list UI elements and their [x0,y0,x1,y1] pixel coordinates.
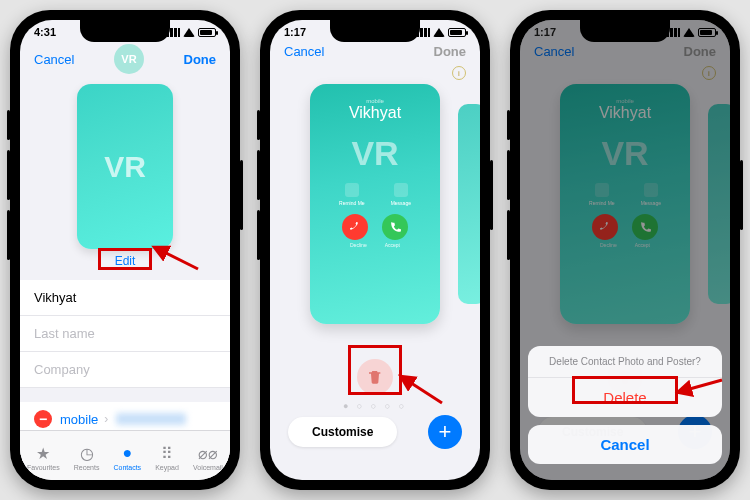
phone-1: 4:31 Cancel VR Done VR Edit Vikhyat Last… [10,10,240,490]
cancel-button[interactable]: Cancel [284,44,324,59]
tab-voicemail[interactable]: ⌀⌀Voicemail [193,444,223,471]
poster-preview-area: VR [20,74,230,253]
battery-icon [198,28,216,37]
first-name-field[interactable]: Vikhyat [20,280,230,316]
edit-row: Edit [20,251,230,280]
delete-poster-area [270,349,480,399]
name-fields: Vikhyat Last name Company [20,280,230,388]
company-field[interactable]: Company [20,352,230,388]
sheet-title: Delete Contact Photo and Poster? [528,346,722,378]
screen-delete-sheet: 1:17 Cancel Done i mobile Vikhyat VR Rem… [520,20,730,480]
phone-2: 1:17 Cancel Done i mobile Vikhyat VR Rem… [260,10,490,490]
star-icon: ★ [34,444,52,462]
poster-card[interactable]: mobile Vikhyat VR Remind Me Message Decl… [310,84,440,324]
poster-initials: VR [104,150,146,184]
notch [330,20,420,42]
sheet-cancel-button[interactable]: Cancel [528,425,722,464]
decline-button [342,214,368,240]
edit-button[interactable]: Edit [101,252,150,270]
tab-contacts[interactable]: ●Contacts [113,444,141,471]
phone-number-redacted [116,413,186,425]
action-sheet: Delete Contact Photo and Poster? Delete … [528,346,722,472]
trash-icon [367,369,383,385]
battery-icon [448,28,466,37]
voicemail-icon: ⌀⌀ [199,444,217,462]
page-dots: ● ○ ○ ○ ○ [270,399,480,415]
notch [80,20,170,42]
clock-icon: ◷ [78,444,96,462]
screen-poster-picker: 1:17 Cancel Done i mobile Vikhyat VR Rem… [270,20,480,480]
last-name-field[interactable]: Last name [20,316,230,352]
add-poster-button[interactable]: + [428,415,462,449]
tab-bar: ★Favourites ◷Recents ●Contacts ⠿Keypad ⌀… [20,430,230,480]
wifi-icon [183,28,195,37]
poster-carousel[interactable]: mobile Vikhyat VR Remind Me Message Decl… [270,59,480,349]
notch [580,20,670,42]
person-icon: ● [118,444,136,462]
contact-avatar[interactable]: VR [114,44,144,74]
status-time: 4:31 [34,26,56,38]
poster-footer: Customise + [270,415,480,463]
contact-poster-preview[interactable]: VR [77,84,173,249]
accept-button [382,214,408,240]
phone-3: 1:17 Cancel Done i mobile Vikhyat VR Rem… [510,10,740,490]
tab-favourites[interactable]: ★Favourites [27,444,60,471]
status-time: 1:17 [284,26,306,38]
done-button[interactable]: Done [434,44,467,59]
sheet-delete-button[interactable]: Delete [528,378,722,417]
svg-line-0 [162,251,198,269]
poster-card-next[interactable] [458,104,480,304]
message-icon [394,183,408,197]
poster-initials: VR [310,134,440,173]
poster-subtitle: mobile [310,98,440,104]
remove-phone-icon[interactable]: − [34,410,52,428]
phone-label[interactable]: mobile [60,412,98,427]
wifi-icon [433,28,445,37]
tab-keypad[interactable]: ⠿Keypad [155,444,179,471]
chevron-icon: › [104,412,108,426]
poster-name: Vikhyat [310,104,440,122]
remind-icon [345,183,359,197]
annotation-arrow-edit [156,245,206,279]
customise-button[interactable]: Customise [288,417,397,447]
cancel-button[interactable]: Cancel [34,52,74,67]
delete-poster-button[interactable] [357,359,393,395]
screen-edit-contact: 4:31 Cancel VR Done VR Edit Vikhyat Last… [20,20,230,480]
tab-recents[interactable]: ◷Recents [74,444,100,471]
navbar: Cancel VR Done [20,38,230,74]
done-button[interactable]: Done [184,52,217,67]
keypad-icon: ⠿ [158,444,176,462]
